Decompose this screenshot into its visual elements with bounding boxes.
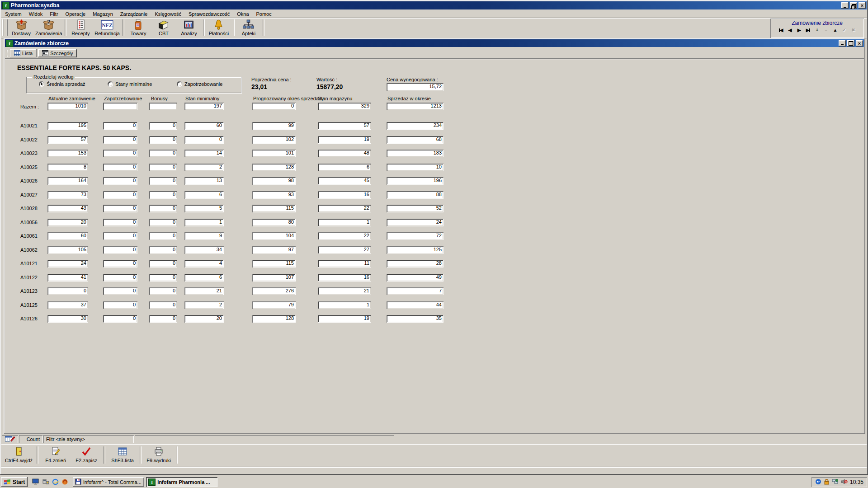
network-computer-icon[interactable]	[42, 479, 49, 486]
cell-zapotrzebowanie[interactable]: 0	[103, 315, 137, 323]
cell-aktualne-zamowienie[interactable]: 43	[47, 205, 88, 212]
cell-stan-magazynu[interactable]: 48	[318, 150, 371, 157]
cell-stan-magazynu[interactable]: 19	[318, 315, 371, 323]
toolbar-gripper[interactable]	[6, 19, 8, 36]
save-button[interactable]: F2-zapisz	[71, 446, 102, 464]
toolbar-button-refundacja[interactable]: NFZ Refundacja	[93, 19, 121, 37]
cell-sprzedaz-w-okresie[interactable]: 52	[387, 205, 443, 212]
cell-aktualne-zamowienie[interactable]: 164	[47, 177, 88, 185]
cell-sprzedaz-w-okresie[interactable]: 7	[387, 287, 443, 295]
change-button[interactable]: F4-zmień	[40, 446, 71, 464]
nav-delete-button[interactable]: −	[823, 27, 830, 33]
cell-stan-magazynu[interactable]: 11	[318, 260, 371, 267]
cell-bonusy[interactable]: 0	[149, 301, 177, 309]
cell-prognozowany-okres[interactable]: 101	[252, 150, 296, 157]
cell-stan-minimalny[interactable]: 6	[184, 274, 224, 282]
total-bonusy[interactable]	[149, 103, 177, 110]
cell-aktualne-zamowienie[interactable]: 195	[47, 122, 88, 130]
cell-zapotrzebowanie[interactable]: 0	[103, 191, 137, 199]
show-desktop-icon[interactable]	[32, 479, 39, 486]
cell-prognozowany-okres[interactable]: 276	[252, 287, 296, 295]
cell-sprzedaz-w-okresie[interactable]: 196	[387, 177, 443, 185]
sync-icon[interactable]	[815, 479, 821, 486]
cell-sprzedaz-w-okresie[interactable]: 28	[387, 260, 443, 267]
cell-stan-minimalny[interactable]: 2	[184, 164, 224, 171]
cell-aktualne-zamowienie[interactable]: 73	[47, 191, 88, 199]
cell-zapotrzebowanie[interactable]: 0	[103, 205, 137, 212]
cell-sprzedaz-w-okresie[interactable]: 234	[387, 122, 443, 130]
menu-okna[interactable]: Okna	[233, 10, 252, 18]
list-button[interactable]: ShF3-lista	[107, 446, 138, 464]
cell-stan-minimalny[interactable]: 20	[184, 315, 224, 323]
cell-stan-magazynu[interactable]: 16	[318, 274, 371, 282]
cell-stan-magazynu[interactable]: 22	[318, 232, 371, 240]
cell-stan-magazynu[interactable]: 27	[318, 246, 371, 254]
firefox-icon[interactable]	[61, 479, 68, 486]
menu-sprawozdawczosc[interactable]: Sprawozdawczość	[185, 10, 233, 18]
cell-stan-magazynu[interactable]: 6	[318, 164, 371, 171]
child-maximize-button[interactable]	[847, 40, 854, 47]
cell-aktualne-zamowienie[interactable]: 24	[47, 260, 88, 267]
total-zapotrzebowanie[interactable]	[103, 103, 137, 110]
toolbar-button-cbt[interactable]: CBT	[151, 19, 176, 37]
menu-pomoc[interactable]: Pomoc	[253, 10, 275, 18]
cell-aktualne-zamowienie[interactable]: 41	[47, 274, 88, 282]
toolbar-button-platnosci[interactable]: Płatności	[206, 19, 231, 37]
toolbar-button-towary[interactable]: Towary	[126, 19, 151, 37]
toolbar-button-zamowienia[interactable]: ? Zamówienia	[34, 19, 63, 37]
negotiated-price-field[interactable]: 15,72	[387, 83, 443, 91]
cell-prognozowany-okres[interactable]: 107	[252, 274, 296, 282]
cell-bonusy[interactable]: 0	[149, 150, 177, 157]
minimize-button[interactable]	[841, 2, 849, 9]
cell-stan-minimalny[interactable]: 4	[184, 260, 224, 267]
cell-prognozowany-okres[interactable]: 80	[252, 219, 296, 226]
cell-aktualne-zamowienie[interactable]: 20	[47, 219, 88, 226]
cell-zapotrzebowanie[interactable]: 0	[103, 219, 137, 226]
nav-post-button[interactable]: ✔	[841, 27, 848, 33]
cell-aktualne-zamowienie[interactable]: 37	[47, 301, 88, 309]
cell-prognozowany-okres[interactable]: 93	[252, 191, 296, 199]
cell-stan-minimalny[interactable]: 5	[184, 205, 224, 212]
cell-stan-minimalny[interactable]: 21	[184, 287, 224, 295]
cell-stan-minimalny[interactable]: 1	[184, 219, 224, 226]
cell-stan-minimalny[interactable]: 34	[184, 246, 224, 254]
cell-prognozowany-okres[interactable]: 115	[252, 205, 296, 212]
cell-prognozowany-okres[interactable]: 115	[252, 260, 296, 267]
radio-srednia-sprzedaz[interactable]: Średnia sprzedaż	[39, 81, 85, 87]
cell-prognozowany-okres[interactable]: 104	[252, 232, 296, 240]
cell-zapotrzebowanie[interactable]: 0	[103, 274, 137, 282]
nav-edit-button[interactable]: ▲	[832, 27, 839, 33]
cell-sprzedaz-w-okresie[interactable]: 35	[387, 315, 443, 323]
cell-aktualne-zamowienie[interactable]: 153	[47, 150, 88, 157]
cell-zapotrzebowanie[interactable]: 0	[103, 260, 137, 267]
cell-stan-minimalny[interactable]: 9	[184, 232, 224, 240]
cell-sprzedaz-w-okresie[interactable]: 10	[387, 164, 443, 171]
cell-sprzedaz-w-okresie[interactable]: 183	[387, 150, 443, 157]
toolbar-button-recepty[interactable]: Recepty	[68, 19, 93, 37]
cell-stan-minimalny[interactable]: 60	[184, 122, 224, 130]
menu-operacje[interactable]: Operacje	[62, 10, 90, 18]
cell-bonusy[interactable]: 0	[149, 205, 177, 212]
cell-bonusy[interactable]: 0	[149, 164, 177, 171]
muted-speaker-icon[interactable]	[841, 479, 848, 486]
cell-bonusy[interactable]: 0	[149, 136, 177, 144]
toolbar-gripper[interactable]	[2, 19, 4, 36]
cell-stan-minimalny[interactable]: 6	[184, 191, 224, 199]
menu-zarzadzanie[interactable]: Zarządzanie	[117, 10, 151, 18]
tab-szczegoly[interactable]: Szczegóły	[38, 49, 77, 57]
cell-stan-magazynu[interactable]: 1	[318, 219, 371, 226]
tab-lista[interactable]: Lista	[10, 49, 37, 57]
toolbar-button-analizy[interactable]: Analizy	[176, 19, 202, 37]
cell-aktualne-zamowienie[interactable]: 30	[47, 315, 88, 323]
cell-sprzedaz-w-okresie[interactable]: 72	[387, 232, 443, 240]
cell-stan-magazynu[interactable]: 1	[318, 301, 371, 309]
cell-prognozowany-okres[interactable]: 128	[252, 164, 296, 171]
total-sprzedaz-w-okresie[interactable]: 1213	[387, 103, 443, 110]
cell-bonusy[interactable]: 0	[149, 191, 177, 199]
exit-button[interactable]: CtrlF4-wyjdź	[3, 446, 35, 464]
cell-zapotrzebowanie[interactable]: 0	[103, 136, 137, 144]
child-close-button[interactable]: ×	[856, 40, 863, 47]
cell-sprzedaz-w-okresie[interactable]: 68	[387, 136, 443, 144]
total-stan-magazynu[interactable]: 329	[318, 103, 371, 110]
nav-prior-button[interactable]: ◀	[787, 27, 794, 33]
